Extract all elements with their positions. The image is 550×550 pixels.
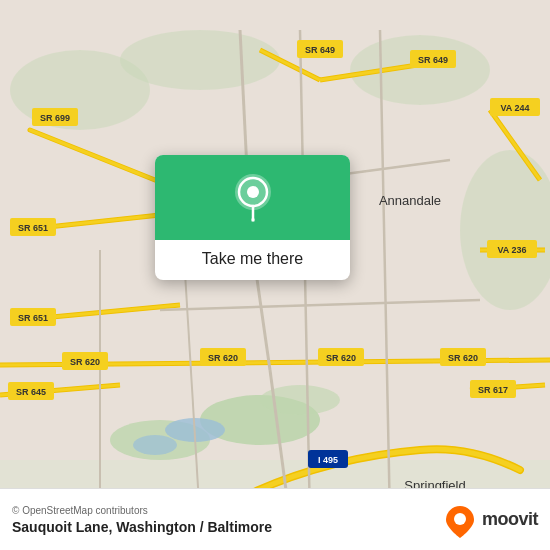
moovit-icon (442, 502, 478, 538)
svg-text:SR 620: SR 620 (326, 353, 356, 363)
svg-text:SR 617: SR 617 (478, 385, 508, 395)
svg-point-4 (133, 435, 177, 455)
map-container: SR 649 SR 649 SR 699 SR 651 SR 651 VA 24… (0, 0, 550, 550)
svg-point-73 (247, 186, 259, 198)
svg-text:SR 649: SR 649 (305, 45, 335, 55)
info-bar: © OpenStreetMap contributors Sauquoit La… (0, 488, 550, 550)
popup-button-section: Take me there (155, 240, 350, 280)
svg-point-74 (251, 218, 255, 222)
svg-text:SR 651: SR 651 (18, 313, 48, 323)
svg-text:SR 620: SR 620 (208, 353, 238, 363)
moovit-wordmark: moovit (482, 509, 538, 530)
svg-text:VA 236: VA 236 (497, 245, 526, 255)
location-text: Sauquoit Lane, Washington / Baltimore (12, 519, 272, 535)
location-info: © OpenStreetMap contributors Sauquoit La… (12, 505, 272, 535)
svg-text:SR 699: SR 699 (40, 113, 70, 123)
popup-header (155, 155, 350, 240)
svg-text:SR 620: SR 620 (70, 357, 100, 367)
svg-point-75 (454, 513, 466, 525)
svg-text:VA 244: VA 244 (500, 103, 529, 113)
popup-card: Take me there (155, 155, 350, 280)
svg-text:SR 620: SR 620 (448, 353, 478, 363)
moovit-logo: moovit (442, 502, 538, 538)
svg-text:SR 649: SR 649 (418, 55, 448, 65)
copyright-text: © OpenStreetMap contributors (12, 505, 272, 516)
take-me-there-button[interactable]: Take me there (202, 250, 303, 268)
svg-text:SR 651: SR 651 (18, 223, 48, 233)
location-pin-icon (231, 172, 275, 224)
svg-line-34 (380, 30, 390, 520)
svg-text:SR 645: SR 645 (16, 387, 46, 397)
svg-point-6 (120, 30, 280, 90)
svg-line-37 (160, 300, 480, 310)
svg-text:Annandale: Annandale (379, 193, 441, 208)
svg-text:I 495: I 495 (318, 455, 338, 465)
